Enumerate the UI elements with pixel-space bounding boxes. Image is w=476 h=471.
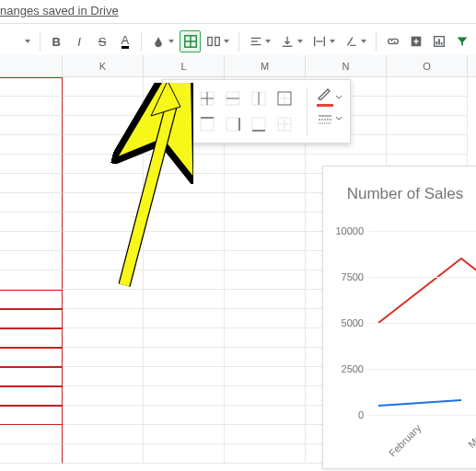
cell[interactable] <box>225 328 306 348</box>
cell[interactable] <box>144 174 225 193</box>
border-top[interactable] <box>196 113 218 135</box>
border-inner[interactable] <box>196 87 218 109</box>
cell[interactable] <box>144 155 225 174</box>
embedded-chart[interactable]: Number of Sales 025005000750010000 Febru… <box>322 166 476 469</box>
cell[interactable] <box>0 348 63 367</box>
border-all[interactable] <box>170 87 192 109</box>
cell[interactable] <box>144 406 225 425</box>
cell[interactable] <box>63 213 144 232</box>
cell[interactable] <box>63 367 144 386</box>
text-wrap-button[interactable] <box>308 30 339 52</box>
insert-comment-button[interactable] <box>405 30 426 52</box>
cell[interactable] <box>387 116 468 135</box>
cell[interactable] <box>63 348 144 367</box>
cell[interactable] <box>144 193 225 213</box>
cell[interactable] <box>144 328 225 348</box>
column-header[interactable]: O <box>387 55 468 76</box>
insert-link-button[interactable] <box>382 30 403 52</box>
cell[interactable] <box>144 367 225 386</box>
cell[interactable] <box>144 348 225 367</box>
italic-button[interactable]: I <box>69 30 90 52</box>
cell[interactable] <box>387 135 468 155</box>
cell[interactable] <box>225 406 306 425</box>
cell[interactable] <box>0 116 63 135</box>
cell[interactable] <box>0 290 63 309</box>
cell[interactable] <box>144 386 225 406</box>
cell[interactable] <box>0 213 63 232</box>
cell[interactable] <box>225 367 306 386</box>
cell[interactable] <box>63 386 144 406</box>
cell[interactable] <box>63 135 144 155</box>
cell[interactable] <box>63 309 144 328</box>
cell[interactable] <box>63 444 144 464</box>
cell[interactable] <box>144 309 225 328</box>
column-header[interactable]: N <box>306 55 387 76</box>
cell[interactable] <box>225 174 306 193</box>
cell[interactable] <box>225 270 306 290</box>
cell[interactable] <box>63 270 144 290</box>
border-bottom[interactable] <box>248 113 270 135</box>
border-style-button[interactable] <box>317 112 342 125</box>
cell[interactable] <box>0 444 63 464</box>
cell[interactable] <box>0 174 63 193</box>
column-header[interactable] <box>0 55 63 76</box>
vertical-align-button[interactable] <box>276 30 307 52</box>
cell[interactable] <box>144 213 225 232</box>
cell[interactable] <box>63 77 144 97</box>
cell[interactable] <box>0 328 63 348</box>
border-horizontal[interactable] <box>222 87 244 109</box>
cell[interactable] <box>225 309 306 328</box>
cell[interactable] <box>144 232 225 251</box>
column-header[interactable]: K <box>63 55 144 76</box>
cell[interactable] <box>63 328 144 348</box>
cell[interactable] <box>0 155 63 174</box>
cell[interactable] <box>144 425 225 444</box>
horizontal-align-button[interactable] <box>245 30 275 52</box>
cell[interactable] <box>225 232 306 251</box>
cell[interactable] <box>387 97 468 116</box>
column-header[interactable]: L <box>144 55 225 76</box>
border-vertical[interactable] <box>248 87 270 109</box>
cell[interactable] <box>0 251 63 270</box>
cell[interactable] <box>0 406 63 425</box>
border-color-button[interactable] <box>317 87 342 107</box>
fill-color-button[interactable] <box>147 30 178 52</box>
cell[interactable] <box>225 444 306 464</box>
cell[interactable] <box>0 97 63 116</box>
cell[interactable] <box>63 290 144 309</box>
border-right[interactable] <box>222 113 244 135</box>
cell[interactable] <box>63 155 144 174</box>
cell[interactable] <box>0 77 63 97</box>
border-outer[interactable] <box>273 87 296 109</box>
cell[interactable] <box>225 386 306 406</box>
cell[interactable] <box>225 251 306 270</box>
column-header[interactable]: M <box>225 55 306 76</box>
insert-chart-button[interactable] <box>428 30 449 52</box>
cell[interactable] <box>144 251 225 270</box>
cell[interactable] <box>0 193 63 213</box>
cell[interactable] <box>63 425 144 444</box>
strikethrough-button[interactable]: S <box>92 30 113 52</box>
cell[interactable] <box>225 213 306 232</box>
cell[interactable] <box>63 97 144 116</box>
cell[interactable] <box>0 367 63 386</box>
cell[interactable] <box>0 309 63 328</box>
cell[interactable] <box>0 232 63 251</box>
cell[interactable] <box>144 290 225 309</box>
cell[interactable] <box>225 425 306 444</box>
cell[interactable] <box>0 270 63 290</box>
border-none[interactable] <box>273 113 296 135</box>
cell[interactable] <box>0 425 63 444</box>
cell[interactable] <box>144 270 225 290</box>
cell[interactable] <box>387 77 468 97</box>
cell[interactable] <box>63 174 144 193</box>
text-color-button[interactable]: A <box>114 30 135 52</box>
cell[interactable] <box>0 135 63 155</box>
border-left[interactable] <box>170 113 192 135</box>
zoom-dropdown[interactable] <box>4 30 34 52</box>
text-rotation-button[interactable] <box>341 30 371 52</box>
cell[interactable] <box>225 193 306 213</box>
merge-cells-button[interactable] <box>203 30 233 52</box>
cell[interactable] <box>225 155 306 174</box>
cell[interactable] <box>63 193 144 213</box>
